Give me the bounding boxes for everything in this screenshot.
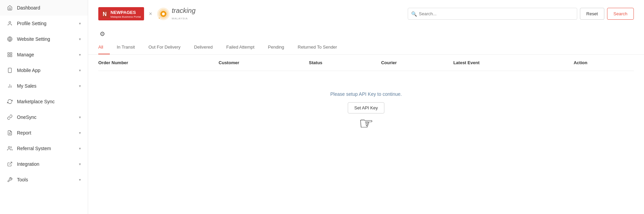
chevron-icon: ▾	[79, 53, 81, 57]
sidebar-item-label: Integration	[17, 161, 39, 167]
tab-out-for-delivery[interactable]: Out For Delivery	[142, 40, 187, 54]
users-icon	[7, 145, 13, 151]
sidebar-item-label: Marketplace Sync	[17, 99, 55, 104]
chevron-icon: ▾	[79, 21, 81, 26]
user-icon	[7, 20, 13, 26]
newpages-text: NEWPAGES	[110, 10, 136, 15]
smartphone-icon	[7, 67, 13, 73]
tab-returned-to-sender[interactable]: Returned To Sender	[291, 40, 344, 54]
sidebar-item-referral-system[interactable]: Referral System ▾	[0, 141, 88, 156]
sidebar-item-manage[interactable]: Manage ▾	[0, 47, 88, 63]
search-icon: 🔍	[411, 11, 417, 17]
tab-pending[interactable]: Pending	[261, 40, 291, 54]
header-top: N NEWPAGES Malaysia Business Portal ×	[98, 7, 634, 21]
svg-rect-5	[10, 55, 12, 57]
chevron-icon: ▾	[79, 115, 81, 120]
table-area: Order Number Customer Status Courier Lat…	[88, 55, 644, 214]
svg-point-21	[162, 13, 165, 15]
refresh-icon	[7, 99, 13, 105]
link-icon	[7, 114, 13, 120]
table-header: Order Number Customer Status Courier Lat…	[98, 55, 634, 71]
logo-area: N NEWPAGES Malaysia Business Portal ×	[98, 7, 196, 21]
tabs: All In Transit Out For Delivery Delivere…	[98, 40, 634, 54]
sidebar-item-onesync[interactable]: OneSync ▾	[0, 109, 88, 125]
newpages-subtext: Malaysia Business Portal	[110, 15, 141, 18]
search-button[interactable]: Search	[607, 8, 634, 20]
tab-failed-attempt[interactable]: Failed Attempt	[219, 40, 261, 54]
sidebar-item-dashboard[interactable]: Dashboard	[0, 0, 88, 16]
chevron-icon: ▾	[79, 37, 81, 41]
grid-icon	[7, 52, 13, 58]
chevron-icon: ▾	[79, 178, 81, 182]
svg-rect-6	[8, 55, 9, 57]
sidebar-item-marketplace-sync[interactable]: Marketplace Sync	[0, 94, 88, 109]
empty-state: Please setup API Key to continue. Set AP…	[98, 71, 634, 139]
svg-point-14	[8, 146, 10, 148]
sidebar-item-mobile-app[interactable]: Mobile App ▾	[0, 63, 88, 78]
tracking-text: tracking	[172, 7, 196, 14]
search-area: 🔍 Reset Search	[408, 8, 634, 20]
tracking-subtext: MALAYSIA	[172, 17, 188, 20]
chevron-icon: ▾	[79, 162, 81, 166]
svg-point-0	[9, 21, 11, 23]
empty-state-message: Please setup API Key to continue.	[330, 91, 402, 97]
sidebar-item-label: Website Setting	[17, 36, 50, 42]
sidebar-item-label: My Sales	[17, 83, 37, 89]
sidebar-item-report[interactable]: Report ▾	[0, 125, 88, 141]
logo-separator: ×	[149, 11, 152, 17]
globe-icon	[7, 36, 13, 42]
plug-icon	[7, 161, 13, 167]
svg-rect-3	[8, 53, 9, 54]
home-icon	[7, 5, 13, 11]
svg-line-15	[9, 162, 12, 164]
tracking-icon: ●	[157, 7, 170, 20]
reset-button[interactable]: Reset	[580, 8, 604, 20]
sidebar-item-label: Dashboard	[17, 5, 40, 11]
chevron-icon: ▾	[79, 131, 81, 135]
sidebar-item-website-setting[interactable]: Website Setting ▾	[0, 31, 88, 47]
settings-gear-icon[interactable]: ⚙	[98, 29, 106, 39]
main-content: N NEWPAGES Malaysia Business Portal ×	[88, 0, 644, 214]
newpages-logo: N NEWPAGES Malaysia Business Portal	[98, 7, 144, 20]
settings-row: ⚙	[98, 26, 634, 39]
sidebar-item-integration[interactable]: Integration ▾	[0, 156, 88, 172]
tracking-logo: ● tracking MALAYSIA	[157, 7, 196, 21]
sidebar-item-label: Report	[17, 130, 31, 136]
col-customer: Customer	[219, 60, 309, 65]
col-action: Action	[573, 60, 634, 65]
file-text-icon	[7, 130, 13, 136]
sidebar-item-tools[interactable]: Tools ▾	[0, 172, 88, 188]
sidebar-item-label: Manage	[17, 52, 34, 57]
cursor-hand-icon: ☞	[359, 115, 374, 132]
sidebar-item-label: OneSync	[17, 114, 37, 120]
svg-text:N: N	[103, 11, 107, 17]
sidebar-item-my-sales[interactable]: My Sales ▾	[0, 78, 88, 94]
sidebar-item-label: Tools	[17, 177, 28, 182]
tab-all[interactable]: All	[98, 40, 110, 54]
col-courier: Courier	[381, 60, 453, 65]
search-input[interactable]	[408, 8, 577, 20]
chevron-icon: ▾	[79, 84, 81, 88]
svg-rect-4	[10, 53, 12, 54]
sidebar: Dashboard Profile Setting ▾ Website Sett…	[0, 0, 88, 214]
bar-chart-icon	[7, 83, 13, 89]
sidebar-item-label: Mobile App	[17, 68, 40, 73]
sidebar-item-profile-setting[interactable]: Profile Setting ▾	[0, 16, 88, 31]
col-order-number: Order Number	[98, 60, 219, 65]
newpages-n-icon: N	[102, 10, 109, 18]
svg-text:●: ●	[159, 17, 160, 19]
tab-delivered[interactable]: Delivered	[187, 40, 220, 54]
tool-icon	[7, 177, 13, 183]
col-status: Status	[309, 60, 381, 65]
search-input-wrapper: 🔍	[408, 8, 577, 20]
set-api-key-button[interactable]: Set API Key	[348, 102, 384, 113]
tab-in-transit[interactable]: In Transit	[110, 40, 141, 54]
col-latest-event: Latest Event	[453, 60, 573, 65]
sidebar-item-label: Profile Setting	[17, 21, 46, 26]
chevron-icon: ▾	[79, 68, 81, 73]
sidebar-item-label: Referral System	[17, 146, 51, 151]
header: N NEWPAGES Malaysia Business Portal ×	[88, 0, 644, 55]
chevron-icon: ▾	[79, 146, 81, 151]
svg-rect-7	[8, 68, 11, 72]
